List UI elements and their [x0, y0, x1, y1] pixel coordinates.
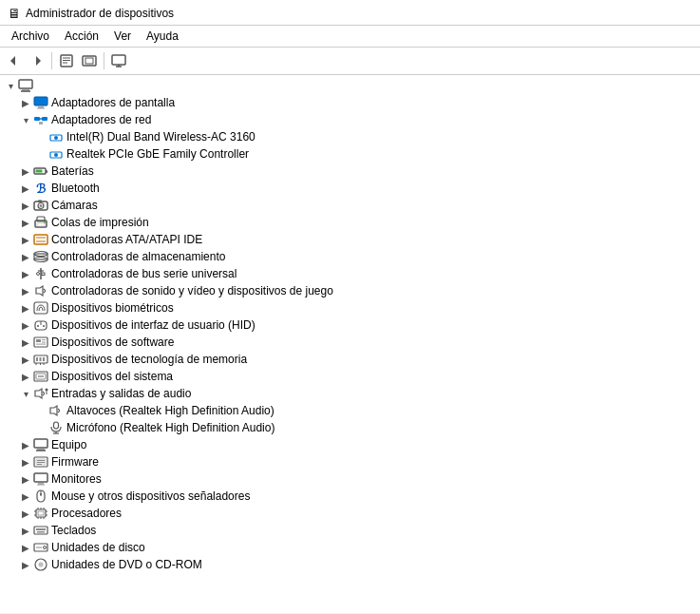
disk-drives-expand[interactable]: ▶	[19, 541, 32, 554]
tree-firmware[interactable]: ▶ Firmware	[0, 453, 700, 470]
tree-bluetooth[interactable]: ▶ ℬ Bluetooth	[0, 180, 700, 197]
firmware-label: Firmware	[51, 455, 99, 469]
svg-rect-89	[36, 509, 46, 517]
tree-monitors[interactable]: ▶ Monitores	[0, 470, 700, 488]
tree-cameras[interactable]: ▶ Cámaras	[0, 197, 700, 214]
software-devices-expand[interactable]: ▶	[19, 336, 32, 349]
svg-rect-48	[34, 302, 47, 314]
hid-label: Dispositivos de interfaz de usuario (HID…	[51, 318, 255, 332]
menu-accion[interactable]: Acción	[57, 28, 106, 45]
tree-keyboards[interactable]: ▶ Teclados	[0, 522, 700, 539]
tree-system-devices[interactable]: ▶ Dispositivos del sistema	[0, 368, 700, 385]
speakers-icon	[48, 403, 64, 418]
title-bar: 🖥 Administrador de dispositivos	[0, 0, 700, 26]
tree-audio-io[interactable]: ▾ Entradas y salidas de audio	[0, 385, 700, 402]
usb-expand[interactable]: ▶	[19, 267, 32, 280]
biometric-expand[interactable]: ▶	[19, 301, 32, 315]
device-tree: ▾ ▶ Adaptadores de pantalla ▾	[0, 75, 700, 613]
tree-mouse[interactable]: ▶ Mouse y otros dispositivos señaladores	[0, 488, 700, 505]
tree-ide[interactable]: ▶ Controladoras ATA/ATAPI IDE	[0, 231, 700, 248]
system-devices-icon	[33, 369, 48, 384]
print-queues-label: Colas de impresión	[51, 216, 149, 229]
computer-icon	[18, 78, 33, 93]
firmware-expand[interactable]: ▶	[19, 455, 32, 469]
microphone-label: Micrófono (Realtek High Definition Audio…	[66, 421, 274, 434]
storage-expand[interactable]: ▶	[19, 250, 32, 263]
svg-rect-14	[34, 97, 47, 106]
tree-biometric[interactable]: ▶ Dispositivos biométricos	[0, 299, 700, 317]
display-adapters-expand[interactable]: ▶	[19, 96, 32, 109]
tree-software-devices[interactable]: ▶ Dispositivos de software	[0, 334, 700, 351]
forward-button[interactable]	[27, 50, 47, 71]
back-button[interactable]	[4, 50, 25, 71]
tree-batteries[interactable]: ▶ Baterías	[0, 163, 700, 180]
tree-intel-wifi[interactable]: Intel(R) Dual Band Wireless-AC 3160	[0, 128, 700, 145]
audio-io-expand[interactable]: ▾	[19, 387, 32, 400]
ide-expand[interactable]: ▶	[19, 233, 32, 246]
svg-rect-72	[54, 422, 59, 429]
tree-speakers[interactable]: Altavoces (Realtek High Definition Audio…	[0, 402, 700, 419]
keyboards-expand[interactable]: ▶	[19, 524, 32, 537]
ide-icon	[33, 232, 48, 247]
tree-memory-devices[interactable]: ▶ Dispositivos de tecnología de memoria	[0, 351, 700, 368]
svg-rect-67	[38, 375, 44, 377]
memory-devices-label: Dispositivos de tecnología de memoria	[51, 353, 247, 366]
mouse-expand[interactable]: ▶	[19, 489, 32, 503]
svg-rect-61	[43, 357, 45, 361]
svg-rect-17	[34, 117, 40, 121]
svg-point-24	[54, 153, 58, 157]
mouse-icon	[33, 489, 48, 504]
tree-sound-video[interactable]: ▶ Controladoras de sonido y vídeo y disp…	[0, 282, 700, 299]
tree-dvd-drives[interactable]: ▶ Unidades de DVD o CD-ROM	[0, 556, 700, 573]
dvd-drives-expand[interactable]: ▶	[19, 558, 32, 571]
keyboards-icon	[33, 523, 48, 538]
tree-hid[interactable]: ▶ Dispositivos de interfaz de usuario (H…	[0, 317, 700, 334]
system-devices-label: Dispositivos del sistema	[51, 370, 173, 383]
tree-display-adapters[interactable]: ▶ Adaptadores de pantalla	[0, 94, 700, 111]
memory-devices-expand[interactable]: ▶	[19, 353, 32, 366]
svg-marker-0	[10, 56, 15, 66]
storage-icon	[33, 249, 48, 264]
tree-microphone[interactable]: Micrófono (Realtek High Definition Audio…	[0, 419, 700, 436]
tree-realtek-network[interactable]: Realtek PCIe GbE Family Controller	[0, 145, 700, 163]
svg-rect-103	[40, 528, 42, 530]
bluetooth-icon: ℬ	[33, 181, 48, 196]
cameras-label: Cámaras	[51, 199, 98, 212]
batteries-icon	[33, 163, 48, 179]
display-adapters-label: Adaptadores de pantalla	[51, 96, 175, 109]
tree-storage[interactable]: ▶ Controladoras de almacenamiento	[0, 248, 700, 265]
svg-rect-57	[36, 344, 46, 345]
tree-processors[interactable]: ▶ Procesadores	[0, 505, 700, 522]
hid-expand[interactable]: ▶	[19, 318, 32, 332]
svg-point-109	[44, 547, 47, 549]
biometric-label: Dispositivos biométricos	[51, 301, 174, 315]
svg-marker-1	[36, 56, 41, 66]
tree-print-queues[interactable]: ▶ Colas de impresión	[0, 214, 700, 231]
bluetooth-label: Bluetooth	[51, 182, 100, 195]
update-button[interactable]	[79, 50, 100, 71]
computer-expand[interactable]: ▶	[19, 438, 32, 451]
bluetooth-expand[interactable]: ▶	[19, 182, 32, 195]
tree-computer[interactable]: ▶ Equipo	[0, 436, 700, 453]
tree-network-adapters[interactable]: ▾ Adaptadores de red	[0, 111, 700, 128]
monitors-expand[interactable]: ▶	[19, 472, 32, 486]
menu-archivo[interactable]: Archivo	[4, 28, 57, 45]
tree-disk-drives[interactable]: ▶ Unidades de disco	[0, 539, 700, 556]
svg-point-22	[54, 136, 58, 140]
mouse-label: Mouse y otros dispositivos señaladores	[51, 489, 250, 503]
tree-root[interactable]: ▾	[0, 77, 700, 94]
properties-button[interactable]	[56, 50, 77, 71]
batteries-expand[interactable]: ▶	[19, 164, 32, 178]
root-expand[interactable]: ▾	[4, 79, 17, 92]
sound-video-expand[interactable]: ▶	[19, 284, 32, 297]
network-adapters-expand[interactable]: ▾	[19, 113, 32, 126]
print-queues-expand[interactable]: ▶	[19, 216, 32, 229]
software-devices-icon	[33, 335, 48, 350]
system-devices-expand[interactable]: ▶	[19, 370, 32, 383]
menu-ayuda[interactable]: Ayuda	[139, 28, 186, 45]
tree-usb[interactable]: ▶ Controladoras de bus serie universal	[0, 265, 700, 282]
scan-button[interactable]	[108, 50, 129, 71]
menu-ver[interactable]: Ver	[106, 28, 139, 45]
cameras-expand[interactable]: ▶	[19, 199, 32, 212]
processors-expand[interactable]: ▶	[19, 507, 32, 520]
